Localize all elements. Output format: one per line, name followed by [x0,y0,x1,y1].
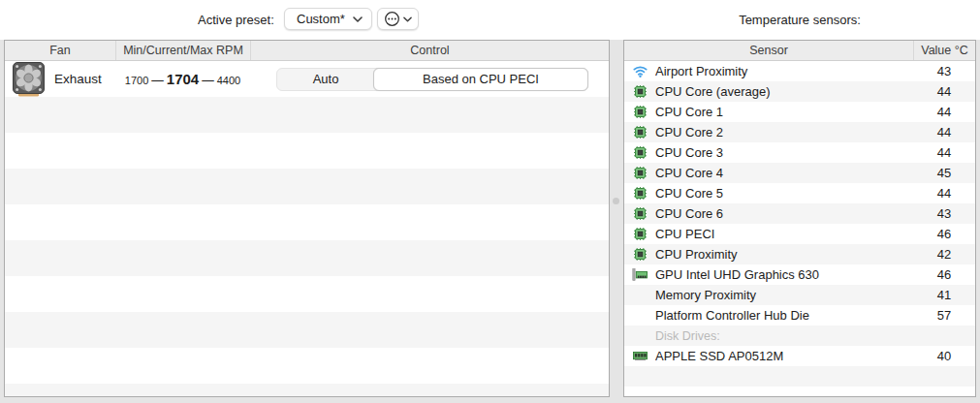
column-header-control: Control [250,41,609,60]
splitter-handle[interactable] [613,198,619,204]
sensor-section-row: Disk Drives: [624,326,975,346]
wifi-icon [632,65,648,78]
fan-row[interactable]: Exhaust1700—1704—4400AutoBased on CPU PE… [5,61,609,97]
preset-dropdown[interactable]: Custom* [284,8,372,30]
rpm-separator: — [151,74,164,87]
sensor-value: 43 [913,206,975,221]
more-options-button[interactable] [377,8,419,30]
chip-icon [632,207,648,220]
sensor-table-body: Airport Proximity43CPU Core (average)44C… [624,61,975,396]
sensor-name: Platform Controller Hub Die [655,308,913,323]
sensor-row[interactable]: CPU Proximity42 [624,244,975,264]
sensor-row[interactable]: CPU Core 544 [624,183,975,203]
sensor-value: 44 [913,145,975,160]
column-header-sensor: Sensor [624,41,913,60]
sensor-value: 41 [913,288,975,302]
sensor-name: CPU Core 1 [655,105,913,119]
sensor-panel: Sensor Value °C Airport Proximity43CPU C… [623,40,976,397]
sensor-name: CPU Core 4 [655,166,913,180]
column-header-fan: Fan [5,41,115,60]
toolbar: Active preset: Custom* Temperature senso… [0,0,980,40]
sensor-row[interactable]: CPU PECI46 [624,224,975,244]
column-header-value: Value °C [913,41,975,60]
sensor-value: 43 [913,64,975,78]
chip-icon [632,126,648,139]
sensor-name: CPU PECI [655,227,913,241]
sensor-value: 40 [913,349,975,363]
sensor-row[interactable]: CPU Core 445 [624,163,975,183]
sensor-row[interactable]: CPU Core (average)44 [624,81,975,102]
preset-dropdown-value: Custom* [297,12,345,26]
sensor-row[interactable]: CPU Core 144 [624,102,975,122]
fan-panel: Fan Min/Current/Max RPM Control Exhaust1… [4,40,610,397]
sensor-name: GPU Intel UHD Graphics 630 [655,267,913,282]
auto-button[interactable]: Auto [277,69,374,90]
ram-icon [632,351,648,361]
sensor-name: Disk Drives: [655,329,913,343]
rpm-separator: — [202,74,214,87]
column-header-rpm: Min/Current/Max RPM [115,41,250,60]
gpu-icon [632,268,648,281]
sensor-name: CPU Core 6 [655,206,913,221]
fan-control-segmented: AutoBased on CPU PECI [276,68,588,91]
rpm-current: 1704 [167,71,199,87]
sensor-name: CPU Core 2 [655,125,913,140]
sensor-value: 44 [913,105,975,119]
chip-icon [632,85,648,98]
sensor-table-header: Sensor Value °C [624,41,975,61]
chip-icon [632,187,648,200]
sensor-value: 46 [913,227,975,241]
sensor-value: 57 [913,308,975,323]
active-preset-label: Active preset: [198,13,274,27]
sensor-value: 46 [913,267,975,282]
ellipsis-circle-icon [384,11,400,27]
sensor-row[interactable]: GPU Intel UHD Graphics 63046 [624,264,975,285]
rpm-min: 1700 [125,75,148,86]
sensor-value: 44 [913,84,975,99]
sensor-name: CPU Core 3 [655,145,913,160]
chip-icon [632,167,648,179]
sensor-row[interactable]: APPLE SSD AP0512M40 [624,346,975,366]
sensor-row[interactable]: Memory Proximity41 [624,285,975,305]
chip-icon [632,248,648,261]
sensor-row[interactable]: CPU Core 344 [624,142,975,163]
control-mode-button[interactable]: Based on CPU PECI [373,68,588,91]
chevron-down-icon [353,16,363,22]
sensor-name: APPLE SSD AP0512M [655,349,913,363]
sensor-name: CPU Core 5 [655,186,913,201]
sensor-name: CPU Proximity [655,247,913,262]
fan-icon [13,62,45,97]
sensor-name: CPU Core (average) [655,84,913,99]
chip-icon [632,228,648,240]
sensor-row[interactable]: CPU Core 643 [624,203,975,224]
sensor-value: 44 [913,186,975,201]
fan-table-header: Fan Min/Current/Max RPM Control [5,41,609,61]
sensor-row[interactable]: Platform Controller Hub Die57 [624,305,975,326]
chip-icon [632,106,648,118]
fan-rpm-cell: 1700—1704—4400 [115,71,250,87]
sensor-value: 44 [913,125,975,140]
sensor-name: Memory Proximity [655,288,913,302]
sensor-value: 45 [913,166,975,180]
rpm-max: 4400 [217,75,240,86]
chip-icon [632,146,648,159]
sensor-name: Airport Proximity [655,64,913,78]
fan-control-cell: AutoBased on CPU PECI [250,68,609,91]
sensor-row[interactable]: CPU Core 244 [624,122,975,142]
sensor-value: 42 [913,247,975,262]
fan-name: Exhaust [54,72,102,86]
temperature-sensors-label: Temperature sensors: [623,13,976,27]
chevron-down-icon [403,16,412,22]
sensor-row[interactable]: Airport Proximity43 [624,61,975,81]
fan-cell: Exhaust [5,62,115,97]
fan-table-body: Exhaust1700—1704—4400AutoBased on CPU PE… [5,61,609,396]
